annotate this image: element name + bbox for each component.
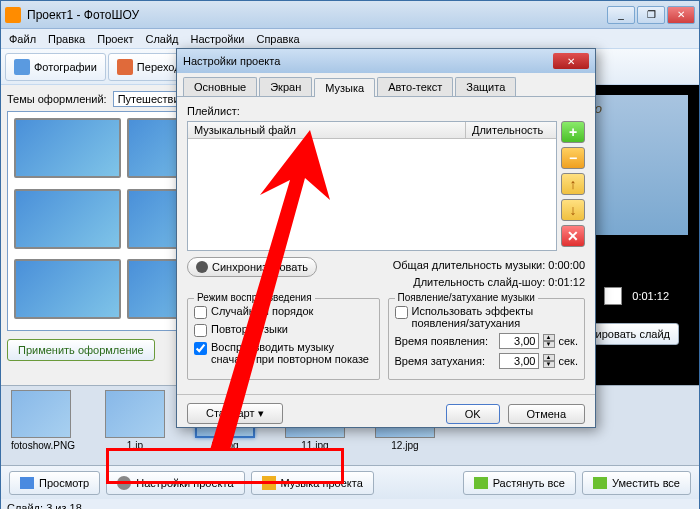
fadeout-spin[interactable]: ▲▼ xyxy=(543,354,555,368)
titlebar[interactable]: Проект1 - ФотоШОУ _ ❐ ✕ xyxy=(1,1,699,29)
fadeout-input[interactable] xyxy=(499,353,539,369)
status-text: Слайд: 3 из 18 xyxy=(7,502,82,509)
menu-edit[interactable]: Правка xyxy=(48,33,85,45)
tab-music[interactable]: Музыка xyxy=(314,78,375,97)
stop-button[interactable] xyxy=(604,287,622,305)
bottom-bar: Просмотр Настройки проекта Музыка проект… xyxy=(1,465,699,499)
col-duration[interactable]: Длительность xyxy=(466,122,556,138)
project-settings-dialog: Настройки проекта ✕ Основные Экран Музык… xyxy=(176,48,596,428)
tab-general[interactable]: Основные xyxy=(183,77,257,96)
dialog-titlebar[interactable]: Настройки проекта ✕ xyxy=(177,49,595,73)
transitions-icon xyxy=(117,59,133,75)
fadeout-label: Время затухания: xyxy=(395,355,495,367)
dialog-tabs: Основные Экран Музыка Авто-текст Защита xyxy=(177,73,595,97)
menu-settings[interactable]: Настройки xyxy=(191,33,245,45)
stretch-icon xyxy=(474,477,488,489)
dialog-body: Плейлист: Музыкальный файл Длительность … xyxy=(177,97,595,388)
cancel-button[interactable]: Отмена xyxy=(508,404,585,424)
tab-autotext[interactable]: Авто-текст xyxy=(377,77,453,96)
tab-protection[interactable]: Защита xyxy=(455,77,516,96)
fade-legend: Появление/затухание музыки xyxy=(395,292,538,303)
music-icon xyxy=(262,476,276,490)
slide-thumb[interactable] xyxy=(11,390,71,438)
random-checkbox[interactable]: Случайный порядок xyxy=(194,305,373,319)
tab-photos[interactable]: Фотографии xyxy=(5,53,106,81)
menu-project[interactable]: Проект xyxy=(97,33,133,45)
fadein-label: Время появления: xyxy=(395,335,495,347)
window-title: Проект1 - ФотоШОУ xyxy=(27,8,607,22)
slide-item[interactable]: 1.jp xyxy=(105,390,165,451)
menu-slide[interactable]: Слайд xyxy=(145,33,178,45)
playlist-add-button[interactable]: + xyxy=(561,121,585,143)
total-slideshow-value: 0:01:12 xyxy=(548,276,585,288)
menu-file[interactable]: Файл xyxy=(9,33,36,45)
preview-button[interactable]: Просмотр xyxy=(9,471,100,495)
minimize-button[interactable]: _ xyxy=(607,6,635,24)
playlist-table[interactable]: Музыкальный файл Длительность xyxy=(187,121,557,251)
project-settings-button[interactable]: Настройки проекта xyxy=(106,471,244,495)
menu-help[interactable]: Справка xyxy=(256,33,299,45)
fit-all-button[interactable]: Уместить все xyxy=(582,471,691,495)
playlist-up-button[interactable]: ↑ xyxy=(561,173,585,195)
playlist-down-button[interactable]: ↓ xyxy=(561,199,585,221)
maximize-button[interactable]: ❐ xyxy=(637,6,665,24)
restart-checkbox[interactable]: Воспроизводить музыку сначала при повтор… xyxy=(194,341,373,365)
playlist-remove-button[interactable]: − xyxy=(561,147,585,169)
gear-icon xyxy=(117,476,131,490)
sync-icon xyxy=(196,261,208,273)
menubar: Файл Правка Проект Слайд Настройки Справ… xyxy=(1,29,699,49)
app-icon xyxy=(5,7,21,23)
fade-fieldset: Появление/затухание музыки Использовать … xyxy=(388,298,586,380)
sync-button[interactable]: Синхронизировать xyxy=(187,257,317,277)
ok-button[interactable]: OK xyxy=(446,404,500,424)
total-slideshow-label: Длительность слайд-шоу: xyxy=(413,276,545,288)
themes-label: Темы оформлений: xyxy=(7,93,107,105)
project-music-button[interactable]: Музыка проекта xyxy=(251,471,374,495)
playlist-label: Плейлист: xyxy=(187,105,585,117)
slide-thumb[interactable] xyxy=(105,390,165,438)
close-button[interactable]: ✕ xyxy=(667,6,695,24)
fadein-spin[interactable]: ▲▼ xyxy=(543,334,555,348)
col-file[interactable]: Музыкальный файл xyxy=(188,122,466,138)
photos-icon xyxy=(14,59,30,75)
fit-icon xyxy=(593,477,607,489)
tab-screen[interactable]: Экран xyxy=(259,77,312,96)
dialog-close-button[interactable]: ✕ xyxy=(553,53,589,69)
slide-item[interactable]: fotoshow.PNG xyxy=(11,390,75,451)
monitor-icon xyxy=(20,477,34,489)
status-bar: Слайд: 3 из 18 xyxy=(1,499,699,509)
playback-legend: Режим воспроизведения xyxy=(194,292,315,303)
total-music-label: Общая длительность музыки: xyxy=(393,259,546,271)
use-fade-checkbox[interactable]: Использовать эффекты появления/затухания xyxy=(395,305,579,329)
stretch-all-button[interactable]: Растянуть все xyxy=(463,471,576,495)
repeat-checkbox[interactable]: Повтор музыки xyxy=(194,323,373,337)
apply-theme-button[interactable]: Применить оформление xyxy=(7,339,155,361)
dialog-footer: Стандарт ▾ OK Отмена xyxy=(177,394,595,432)
total-music-value: 0:00:00 xyxy=(548,259,585,271)
playback-fieldset: Режим воспроизведения Случайный порядок … xyxy=(187,298,380,380)
theme-thumb[interactable] xyxy=(14,118,121,178)
standard-button[interactable]: Стандарт ▾ xyxy=(187,403,283,424)
theme-thumb[interactable] xyxy=(14,189,121,249)
theme-thumb[interactable] xyxy=(14,259,121,319)
preview-time: 0:01:12 xyxy=(632,290,669,302)
fadein-input[interactable] xyxy=(499,333,539,349)
playlist-delete-button[interactable]: ✕ xyxy=(561,225,585,247)
dialog-title: Настройки проекта xyxy=(183,55,553,67)
